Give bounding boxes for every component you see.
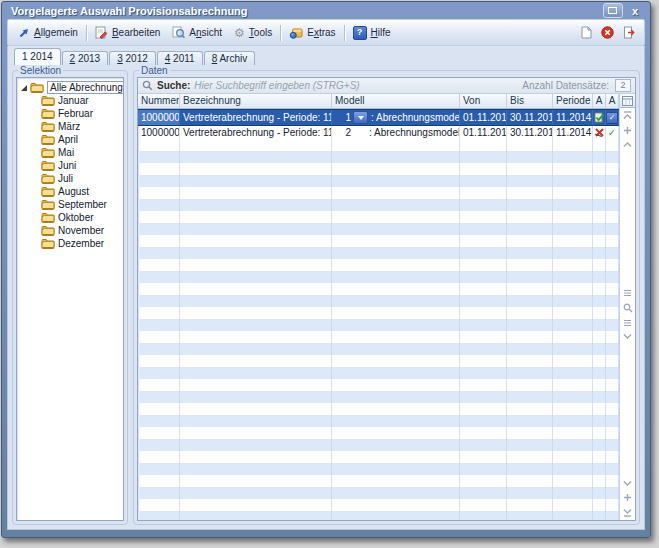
scroll-to-bottom-button[interactable]	[623, 508, 632, 517]
table-row[interactable]: 1000000000Vertreterabrechnung - Periode:…	[138, 109, 619, 126]
empty-cell	[507, 379, 553, 391]
empty-cell	[332, 319, 460, 331]
daten-group: Daten Suche: Anzahl Datensätze: 2 Nummer…	[133, 65, 640, 525]
restore-icon	[608, 7, 617, 14]
cell-von: 01.11.2014	[460, 126, 507, 139]
tree-item-september[interactable]: September	[19, 198, 121, 211]
menu-item-tools[interactable]: ⚙Tools	[228, 23, 278, 43]
empty-cell	[332, 331, 460, 343]
empty-row	[138, 487, 619, 499]
list-button[interactable]	[623, 319, 632, 327]
empty-cell	[507, 319, 553, 331]
page-up-button[interactable]	[623, 141, 632, 148]
cancel-button[interactable]	[601, 26, 614, 39]
empty-cell	[180, 259, 332, 271]
search-icon	[142, 80, 153, 91]
empty-cell	[138, 499, 180, 511]
empty-cell	[606, 475, 619, 487]
page-down-button[interactable]	[623, 480, 632, 487]
empty-cell	[180, 451, 332, 463]
empty-cell	[553, 247, 593, 259]
tree-item-april[interactable]: April	[19, 133, 121, 146]
empty-cell	[553, 211, 593, 223]
tree-root-item[interactable]: Alle Abrechnungen	[19, 81, 121, 94]
empty-row	[138, 223, 619, 235]
column-header-modell[interactable]: Modell	[332, 94, 460, 108]
tree-item-november[interactable]: November	[19, 224, 121, 237]
empty-cell	[180, 271, 332, 283]
tab-3-2012[interactable]: 3 2012	[109, 51, 156, 65]
page-up-icon	[623, 141, 632, 148]
empty-cell	[553, 475, 593, 487]
tree-item-mai[interactable]: Mai	[19, 146, 121, 159]
tab-1-2014[interactable]: 1 2014	[14, 48, 61, 65]
tab-8-archiv[interactable]: 8 Archiv	[204, 51, 256, 65]
empty-cell	[332, 403, 460, 415]
empty-cell	[138, 139, 180, 151]
column-header-bis[interactable]: Bis	[507, 94, 553, 108]
close-button[interactable]: x	[629, 5, 641, 17]
column-header-periode[interactable]: Periode	[553, 94, 593, 108]
empty-cell	[507, 415, 553, 427]
tree-item-juni[interactable]: Juni	[19, 159, 121, 172]
tab-4-2011[interactable]: 4 2011	[157, 51, 203, 65]
tree-item-februar[interactable]: Februar	[19, 107, 121, 120]
row-details-button[interactable]	[623, 289, 632, 297]
column-header-a2[interactable]: A	[606, 94, 619, 108]
empty-cell	[460, 415, 507, 427]
empty-cell	[553, 151, 593, 163]
empty-cell	[138, 307, 180, 319]
table-row[interactable]: 1000000001Vertreterabrechnung - Periode:…	[138, 126, 619, 139]
scroll-to-bottom-icon	[623, 508, 632, 517]
title-bar[interactable]: Vorgelagerte Auswahl Provisionsabrechnun…	[7, 2, 645, 19]
empty-cell	[507, 151, 553, 163]
move-up-button[interactable]	[623, 126, 632, 135]
tab-2-2013[interactable]: 2 2013	[62, 51, 109, 65]
empty-cell	[332, 259, 460, 271]
cell-modell: 2: Abrechnungsmodell 2	[332, 126, 460, 139]
empty-cell	[507, 427, 553, 439]
empty-cell	[507, 199, 553, 211]
menu-item-hilfe[interactable]: ?Hilfe	[347, 23, 397, 43]
column-header-bezeichnung[interactable]: Bezeichnung	[180, 94, 332, 108]
empty-cell	[553, 307, 593, 319]
menu-item-ansicht[interactable]: Ansicht	[166, 23, 228, 43]
column-header-a1[interactable]: A	[593, 94, 606, 108]
empty-cell	[460, 367, 507, 379]
move-down-button[interactable]	[623, 493, 632, 502]
tree-item-januar[interactable]: Januar	[19, 94, 121, 107]
modell-dropdown-button[interactable]	[353, 111, 368, 124]
empty-cell	[460, 343, 507, 355]
empty-cell	[507, 343, 553, 355]
scroll-to-top-button[interactable]	[623, 111, 632, 120]
column-header-nummer[interactable]: Nummer	[138, 94, 180, 108]
tree-item-m-rz[interactable]: März	[19, 120, 121, 133]
empty-cell	[180, 163, 332, 175]
restore-button[interactable]	[603, 3, 623, 18]
column-header-von[interactable]: Von	[460, 94, 507, 108]
scroll-to-top-icon	[623, 111, 632, 120]
menu-item-bearbeiten[interactable]: Bearbeiten	[89, 23, 166, 43]
new-document-button[interactable]	[580, 26, 592, 39]
jump-down-button[interactable]	[623, 333, 632, 340]
tree-item-august[interactable]: August	[19, 185, 121, 198]
exit-icon	[623, 26, 636, 39]
zoom-button[interactable]	[623, 303, 633, 313]
tree-item-label: November	[58, 225, 104, 236]
empty-cell	[138, 439, 180, 451]
menu-item-extras[interactable]: Extras	[283, 23, 341, 43]
column-chooser-icon	[622, 96, 633, 106]
empty-cell	[593, 199, 606, 211]
empty-cell	[553, 283, 593, 295]
expanded-triangle-icon[interactable]	[21, 85, 27, 91]
empty-cell	[593, 139, 606, 151]
row-details-icon	[623, 289, 632, 297]
menu-item-allgemein[interactable]: Allgemein	[12, 23, 84, 43]
search-input[interactable]	[194, 80, 518, 92]
tree-item-oktober[interactable]: Oktober	[19, 211, 121, 224]
tree-item-juli[interactable]: Juli	[19, 172, 121, 185]
cell-modell: 1: Abrechnungsmodell 1	[332, 110, 460, 125]
column-chooser-button[interactable]	[620, 94, 635, 108]
exit-button[interactable]	[623, 26, 636, 39]
tree-item-dezember[interactable]: Dezember	[19, 237, 121, 250]
